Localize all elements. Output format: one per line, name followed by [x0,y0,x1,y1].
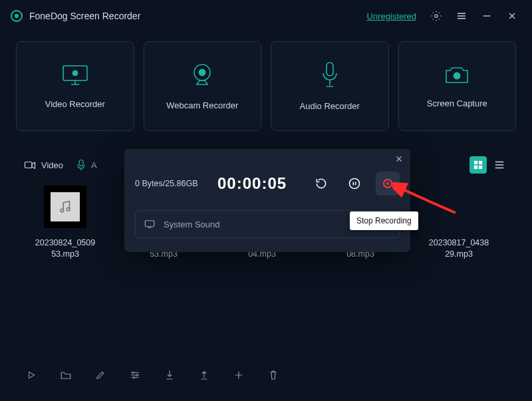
recording-size: 0 Bytes/25.86GB [135,179,208,188]
trim-icon [233,370,245,380]
close-icon [394,154,404,164]
panel-close-button[interactable] [394,154,404,166]
minimize-icon [481,10,493,22]
list-icon [494,160,505,170]
view-grid-button[interactable] [469,156,487,174]
close-icon [507,11,517,21]
mode-video-recorder[interactable]: Video Recorder [16,41,134,131]
pencil-icon [95,370,106,380]
mode-audio-recorder[interactable]: Audio Recorder [271,41,389,131]
play-icon [26,370,37,380]
svg-point-18 [350,179,360,189]
svg-point-4 [199,69,205,76]
edit-button[interactable] [93,368,108,382]
menu-button[interactable] [452,7,471,25]
recording-panel: 0 Bytes/25.86GB 00:00:05 System Sound [124,149,410,252]
svg-rect-8 [79,160,83,166]
file-name: 20230824_0509 53.mp3 [35,237,95,260]
delete-button[interactable] [266,368,281,382]
export-button[interactable] [197,368,211,382]
record-stop-icon [383,179,392,188]
svg-rect-7 [25,162,33,168]
svg-point-13 [61,209,64,212]
svg-point-6 [454,72,460,79]
mode-label: Audio Recorder [300,101,360,111]
svg-point-14 [66,207,70,211]
app-title: FoneDog Screen Recorder [29,11,140,21]
trim-button[interactable] [231,368,246,382]
svg-rect-12 [479,166,482,169]
webcam-icon [188,62,217,88]
stop-button[interactable] [376,172,400,196]
menu-icon [456,10,467,22]
grid-icon [473,160,483,170]
pause-button[interactable] [342,172,366,196]
import-button[interactable] [162,368,177,382]
mode-label: Screen Capture [427,98,487,108]
list-item[interactable]: 20230824_0509 53.mp3 [25,186,105,260]
svg-rect-10 [479,161,482,164]
mode-screen-capture[interactable]: Screen Capture [398,41,517,131]
video-icon [24,160,36,170]
settings-button[interactable] [427,7,446,25]
open-folder-button[interactable] [59,368,73,382]
camera-icon [442,64,471,86]
gear-icon [430,10,442,22]
pause-icon [348,177,361,190]
svg-point-2 [72,70,78,76]
display-icon [144,219,156,229]
svg-rect-11 [474,166,477,169]
bottom-actions [24,368,281,382]
tab-audio[interactable]: A [76,159,97,171]
microphone-icon [320,61,340,89]
play-button[interactable] [24,368,39,382]
app-logo-icon [11,10,23,22]
minimize-button[interactable] [477,7,496,25]
music-note-icon [58,200,72,214]
stop-tooltip: Stop Recording [350,211,418,230]
mode-grid: Video Recorder Webcam Recorder Audio Rec… [0,32,532,136]
tab-video[interactable]: Video [24,160,63,170]
recording-timer: 00:00:05 [217,174,287,193]
upload-icon [199,369,209,381]
restart-button[interactable] [309,172,333,196]
mode-webcam-recorder[interactable]: Webcam Recorder [144,41,262,131]
trash-icon [268,369,279,381]
svg-rect-9 [474,161,477,164]
restart-icon [315,177,328,190]
mode-label: Webcam Recorder [166,100,238,110]
tab-label: A [91,160,97,170]
unregistered-link[interactable]: Unregistered [367,11,416,21]
file-thumbnail [44,186,86,228]
mode-label: Video Recorder [45,99,105,109]
adjust-button[interactable] [128,368,142,382]
download-icon [164,369,175,381]
list-item[interactable]: 20230817_0438 29.mp3 [419,186,499,260]
titlebar: FoneDog Screen Recorder Unregistered [0,0,532,32]
svg-rect-5 [327,63,333,76]
svg-point-0 [435,15,438,18]
folder-icon [60,370,72,380]
close-window-button[interactable] [503,7,521,25]
monitor-icon [61,63,90,87]
view-list-button[interactable] [491,156,508,174]
tab-label: Video [41,160,63,170]
microphone-small-icon [76,159,86,171]
sliders-icon [129,370,141,380]
audio-source-label: System Sound [164,219,220,229]
svg-rect-19 [145,221,154,227]
file-name: 20230817_0438 29.mp3 [429,237,489,260]
